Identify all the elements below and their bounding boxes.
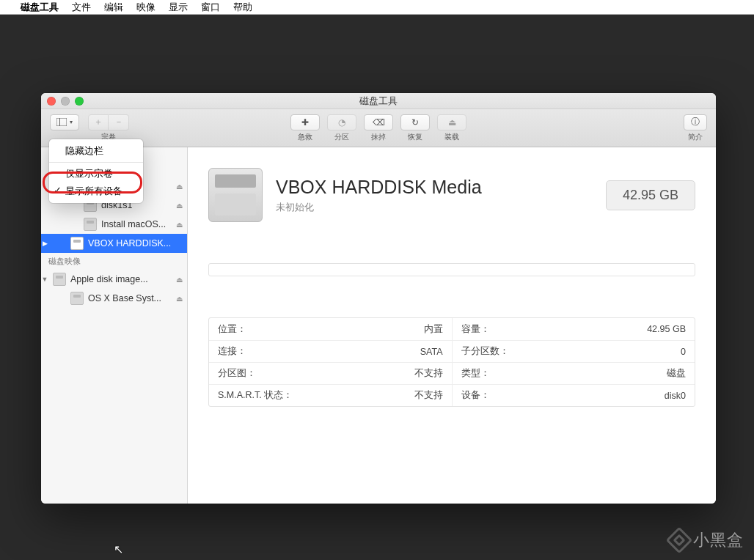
- sidebar-item-vbox-harddisk[interactable]: ▶VBOX HARDDISK...: [41, 234, 187, 253]
- sidebar-item-apple-disk-image[interactable]: ▼Apple disk image...⏏: [41, 270, 187, 289]
- first-aid-button[interactable]: ✚: [290, 114, 320, 130]
- disclosure-triangle-icon[interactable]: ▼: [41, 276, 48, 283]
- erase-icon: ⌫: [373, 117, 385, 128]
- eject-icon[interactable]: ⏏: [176, 295, 183, 303]
- partition-icon: ◔: [338, 117, 345, 128]
- info-val-connection: SATA: [420, 347, 443, 357]
- info-key-child-count: 子分区数：: [461, 345, 509, 358]
- info-val-location: 内置: [424, 323, 443, 336]
- disk-large-icon: [208, 168, 263, 222]
- info-key-connection: 连接：: [218, 345, 246, 358]
- partition-button[interactable]: ◔: [327, 114, 356, 130]
- menu-image[interactable]: 映像: [136, 1, 155, 14]
- view-dropdown-menu: 隐藏边栏 仅显示宗卷 ✓显示所有设备: [49, 139, 143, 203]
- info-key-smart: S.M.A.R.T. 状态：: [218, 389, 293, 402]
- info-label: 简介: [688, 132, 703, 142]
- mount-button[interactable]: ⏏: [437, 114, 466, 130]
- system-menubar: 磁盘工具 文件 编辑 映像 显示 窗口 帮助: [0, 0, 754, 15]
- disk-size-badge: 42.95 GB: [606, 180, 695, 210]
- disk-utility-window: 磁盘工具 ▾ ＋ － 宗卷 ✚急救 ◔分区 ⌫抹掉 ↻恢复: [41, 93, 716, 504]
- zoom-button[interactable]: [75, 97, 84, 106]
- menu-edit[interactable]: 编辑: [104, 1, 123, 14]
- disk-icon: [70, 292, 84, 305]
- sidebar-item-install-macos[interactable]: Install macOS...⏏: [41, 215, 187, 234]
- info-val-partition-map: 不支持: [414, 367, 443, 380]
- watermark-text: 小黑盒: [693, 529, 744, 551]
- first-aid-icon: ✚: [301, 117, 309, 128]
- menu-hide-sidebar[interactable]: 隐藏边栏: [49, 142, 143, 160]
- minus-volume-icon: －: [114, 116, 123, 128]
- restore-button[interactable]: ↻: [400, 114, 430, 130]
- sidebar-item-label: Install macOS...: [101, 219, 172, 229]
- info-key-location: 位置：: [218, 323, 246, 336]
- mouse-cursor-icon: ↖: [114, 542, 123, 556]
- menu-separator: [49, 162, 143, 163]
- window-title: 磁盘工具: [359, 95, 398, 108]
- disk-icon: [70, 237, 84, 250]
- sidebar-item-label: VBOX HARDDISK...: [88, 238, 183, 248]
- close-button[interactable]: [47, 97, 56, 106]
- mount-label: 装载: [444, 132, 459, 142]
- sidebar-item-osx-base-system[interactable]: OS X Base Syst...⏏: [41, 289, 187, 308]
- menu-show-all-devices[interactable]: ✓显示所有设备: [49, 183, 143, 200]
- sidebar-view-toggle[interactable]: ▾: [50, 114, 79, 130]
- sidebar-item-label: Apple disk image...: [70, 274, 172, 284]
- menu-window[interactable]: 窗口: [201, 1, 220, 14]
- eject-icon[interactable]: ⏏: [176, 202, 183, 210]
- info-key-partition-map: 分区图：: [218, 367, 256, 380]
- partition-bar: [208, 263, 695, 276]
- app-menu[interactable]: 磁盘工具: [21, 1, 59, 14]
- erase-button[interactable]: ⌫: [364, 114, 393, 130]
- eject-icon[interactable]: ⏏: [176, 221, 183, 229]
- chevron-down-icon: ▾: [70, 119, 73, 125]
- erase-label: 抹掉: [371, 132, 386, 142]
- sidebar-icon: [56, 118, 67, 126]
- traffic-lights: [47, 97, 84, 106]
- info-icon: ⓘ: [691, 116, 700, 128]
- restore-label: 恢复: [408, 132, 422, 142]
- menu-help[interactable]: 帮助: [233, 1, 252, 14]
- minimize-button[interactable]: [61, 97, 70, 106]
- table-row: 连接：SATA 子分区数：0: [209, 340, 695, 362]
- remove-volume-button[interactable]: －: [109, 114, 129, 130]
- first-aid-label: 急救: [298, 132, 312, 142]
- partition-label: 分区: [334, 132, 349, 142]
- content-pane: VBOX HARDDISK Media 未初始化 42.95 GB 位置：内置 …: [188, 147, 716, 504]
- disk-subtitle: 未初始化: [276, 201, 482, 214]
- disk-title: VBOX HARDDISK Media: [276, 177, 482, 198]
- disk-icon: [53, 273, 66, 286]
- info-key-type: 类型：: [461, 367, 490, 380]
- info-key-device: 设备：: [461, 389, 490, 402]
- eject-icon[interactable]: ⏏: [176, 276, 183, 284]
- window-titlebar[interactable]: 磁盘工具: [41, 93, 716, 109]
- info-val-type: 磁盘: [667, 367, 686, 380]
- watermark: 小黑盒: [670, 529, 744, 551]
- svg-rect-0: [56, 118, 67, 126]
- sidebar-item-label: OS X Base Syst...: [88, 293, 172, 303]
- info-val-capacity: 42.95 GB: [647, 324, 686, 334]
- menu-item-label: 显示所有设备: [65, 185, 122, 196]
- disclosure-triangle-icon[interactable]: ▶: [41, 240, 48, 247]
- table-row: 位置：内置 容量：42.95 GB: [209, 318, 695, 340]
- sidebar-category-disk-images: 磁盘映像: [41, 253, 187, 270]
- menu-view[interactable]: 显示: [169, 1, 188, 14]
- restore-icon: ↻: [411, 117, 419, 128]
- mount-icon: ⏏: [448, 117, 456, 128]
- add-volume-button[interactable]: ＋: [88, 114, 109, 130]
- table-row: S.M.A.R.T. 状态：不支持 设备：disk0: [209, 384, 695, 406]
- disk-info-table: 位置：内置 容量：42.95 GB 连接：SATA 子分区数：0 分区图：不支持…: [208, 317, 695, 407]
- watermark-logo-icon: [666, 527, 693, 554]
- info-key-capacity: 容量：: [461, 323, 490, 336]
- table-row: 分区图：不支持 类型：磁盘: [209, 362, 695, 384]
- plus-volume-icon: ＋: [94, 116, 103, 128]
- eject-icon[interactable]: ⏏: [176, 183, 183, 191]
- menu-only-volumes[interactable]: 仅显示宗卷: [49, 165, 143, 183]
- info-val-smart: 不支持: [414, 389, 443, 402]
- menu-file[interactable]: 文件: [72, 1, 91, 14]
- info-val-child-count: 0: [681, 347, 686, 357]
- info-val-device: disk0: [665, 391, 686, 401]
- info-button[interactable]: ⓘ: [684, 114, 707, 130]
- checkmark-icon: ✓: [54, 185, 62, 196]
- disk-icon: [84, 218, 97, 231]
